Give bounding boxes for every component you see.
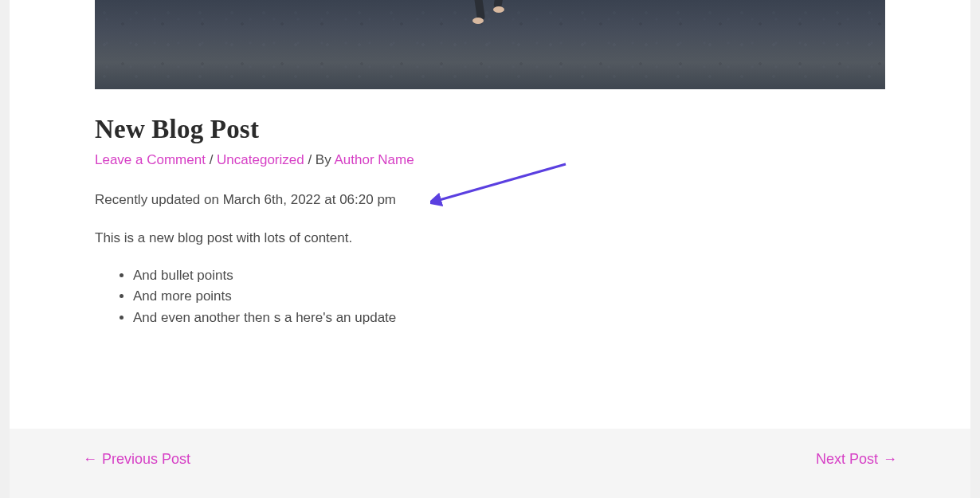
next-post-label: Next Post xyxy=(816,451,878,468)
previous-post-label: Previous Post xyxy=(102,451,190,468)
featured-image xyxy=(95,0,885,89)
by-label: / By xyxy=(304,152,335,167)
category-link[interactable]: Uncategorized xyxy=(217,152,304,167)
last-updated-text: Recently updated on March 6th, 2022 at 0… xyxy=(95,192,885,208)
comments-link[interactable]: Leave a Comment xyxy=(95,152,206,167)
arrow-left-icon: ← xyxy=(83,451,97,468)
footer-strip xyxy=(10,490,970,498)
list-item: And bullet points xyxy=(133,265,885,286)
arrow-right-icon: → xyxy=(883,451,897,468)
post-content: New Blog Post Leave a Comment / Uncatego… xyxy=(10,89,970,328)
previous-post-link[interactable]: ← Previous Post xyxy=(83,451,190,468)
post-navigation: ← Previous Post Next Post → xyxy=(10,429,970,490)
page-container: New Blog Post Leave a Comment / Uncatego… xyxy=(10,0,970,498)
list-item: And more points xyxy=(133,286,885,307)
list-item: And even another then s a here's an upda… xyxy=(133,308,885,328)
meta-separator: / xyxy=(206,152,217,167)
post-intro: This is a new blog post with lots of con… xyxy=(95,230,885,246)
author-link[interactable]: Author Name xyxy=(335,152,414,167)
post-title: New Blog Post xyxy=(95,115,885,144)
post-meta: Leave a Comment / Uncategorized / By Aut… xyxy=(95,152,885,168)
next-post-link[interactable]: Next Post → xyxy=(816,451,897,468)
bullet-list: And bullet points And more points And ev… xyxy=(95,265,885,328)
